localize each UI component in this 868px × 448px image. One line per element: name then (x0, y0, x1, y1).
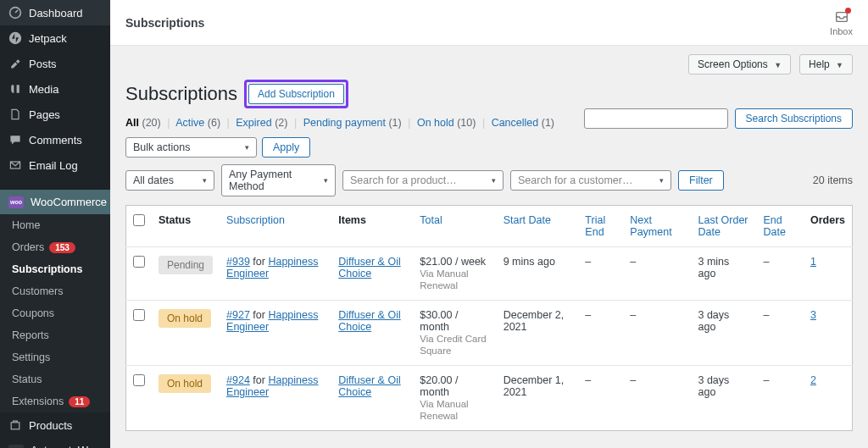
sidebar-item-jetpack[interactable]: Jetpack (0, 25, 110, 51)
sub-item-coupons[interactable]: Coupons (0, 302, 110, 324)
trial-end: – (578, 301, 623, 366)
col-trial[interactable]: Trial End (578, 206, 623, 247)
sidebar-item-woocommerce[interactable]: woo WooCommerce (0, 190, 110, 214)
total-value: $20.00 / month (420, 374, 458, 398)
add-subscription-highlight: Add Subscription (244, 80, 348, 108)
row-checkbox[interactable] (133, 256, 145, 268)
active-arrow-icon (110, 197, 115, 207)
sidebar-item-products[interactable]: Products (0, 412, 110, 438)
orders-link[interactable]: 2 (810, 374, 816, 386)
row-checkbox[interactable] (133, 309, 145, 321)
filter-hold[interactable]: On hold (417, 117, 454, 129)
screen-options-button[interactable]: Screen Options ▼ (688, 54, 791, 75)
subscription-id-link[interactable]: #924 (226, 374, 250, 386)
filter-expired[interactable]: Expired (236, 117, 271, 129)
col-start[interactable]: Start Date (497, 206, 579, 247)
search-input[interactable] (584, 108, 728, 129)
sub-item-settings[interactable]: Settings (0, 346, 110, 368)
sub-item-extensions[interactable]: Extensions11 (0, 390, 110, 412)
row-checkbox[interactable] (133, 374, 145, 386)
filter-all[interactable]: All (125, 117, 139, 129)
subscription-id-link[interactable]: #927 (226, 309, 250, 321)
sidebar-item-comments[interactable]: Comments (0, 127, 110, 152)
payment-method-select[interactable]: Any Payment Method▾ (221, 164, 336, 196)
comment-icon (8, 133, 22, 147)
media-icon (8, 82, 22, 96)
sidebar-item-label: Products (29, 419, 72, 432)
automatewoo-icon: AW (8, 445, 24, 449)
sub-item-status[interactable]: Status (0, 368, 110, 390)
sidebar-item-label: Comments (29, 134, 82, 147)
woocommerce-icon: woo (8, 196, 24, 208)
filter-active[interactable]: Active (175, 117, 204, 129)
sub-item-home[interactable]: Home (0, 214, 110, 236)
extensions-badge: 11 (69, 396, 90, 407)
col-status: Status (152, 206, 220, 247)
items-count: 20 items (813, 174, 853, 186)
sidebar-item-posts[interactable]: Posts (0, 51, 110, 76)
help-button[interactable]: Help ▼ (799, 54, 853, 75)
chevron-down-icon: ▾ (203, 176, 207, 185)
subscriptions-table: Status Subscription Items Total Start Da… (125, 205, 853, 431)
col-end[interactable]: End Date (756, 206, 804, 247)
status-badge[interactable]: On hold (159, 309, 211, 328)
start-date: December 2, 2021 (497, 301, 579, 366)
items-link[interactable]: Diffuser & Oil Choice (338, 309, 400, 333)
dashboard-icon (8, 6, 22, 19)
next-payment: – (623, 366, 691, 431)
status-badge[interactable]: On hold (159, 374, 211, 393)
apply-button[interactable]: Apply (262, 137, 310, 158)
chevron-down-icon: ▼ (836, 61, 843, 69)
end-date: – (756, 366, 804, 431)
orders-link[interactable]: 3 (810, 309, 816, 321)
main-area: Subscriptions Inbox Screen Options ▼ Hel… (110, 0, 868, 448)
filter-pending[interactable]: Pending payment (303, 117, 386, 129)
sidebar-item-pages[interactable]: Pages (0, 102, 110, 127)
sidebar-item-automatewoo[interactable]: AW AutomateWoo (0, 438, 110, 448)
col-next[interactable]: Next Payment (623, 206, 691, 247)
last-order-date: 3 days ago (691, 366, 756, 431)
bulk-actions-select[interactable]: Bulk actions▾ (125, 137, 257, 158)
inbox-button[interactable]: Inbox (830, 9, 853, 36)
sub-item-subscriptions[interactable]: Subscriptions (0, 258, 110, 280)
search-subscriptions-button[interactable]: Search Subscriptions (735, 108, 853, 129)
sidebar-item-label: Posts (29, 58, 57, 70)
sub-item-reports[interactable]: Reports (0, 324, 110, 346)
mail-icon (8, 158, 22, 172)
filter-button[interactable]: Filter (678, 170, 724, 191)
add-subscription-button[interactable]: Add Subscription (248, 84, 344, 104)
orders-link[interactable]: 1 (810, 256, 816, 268)
col-last[interactable]: Last Order Date (691, 206, 756, 247)
sub-item-orders[interactable]: Orders153 (0, 236, 110, 258)
col-orders: Orders (804, 206, 853, 247)
sidebar-item-media[interactable]: Media (0, 76, 110, 102)
chevron-down-icon: ▾ (659, 176, 664, 185)
sidebar-item-dashboard[interactable]: Dashboard (0, 0, 110, 25)
customer-search-select[interactable]: Search for a customer…▾ (510, 170, 671, 191)
payment-via: Via Credit Card Square (420, 334, 486, 356)
inbox-icon (834, 9, 849, 26)
dates-select[interactable]: All dates▾ (125, 170, 214, 191)
total-value: $21.00 / week (420, 256, 486, 268)
sidebar-item-label: Pages (29, 108, 60, 121)
topbar: Subscriptions Inbox (110, 0, 868, 46)
col-subscription[interactable]: Subscription (220, 206, 331, 247)
sub-item-customers[interactable]: Customers (0, 280, 110, 302)
product-search-select[interactable]: Search for a product…▾ (342, 170, 504, 191)
chevron-down-icon: ▾ (492, 176, 496, 185)
page-icon (8, 108, 22, 121)
topbar-title: Subscriptions (125, 16, 204, 30)
orders-badge: 153 (49, 242, 75, 253)
payment-via: Via Manual Renewal (420, 268, 468, 290)
status-badge[interactable]: Pending (159, 256, 213, 274)
select-all-checkbox[interactable] (133, 214, 145, 226)
items-link[interactable]: Diffuser & Oil Choice (338, 374, 400, 398)
sidebar-item-email-log[interactable]: Email Log (0, 152, 110, 178)
subscription-id-link[interactable]: #939 (226, 256, 250, 268)
items-link[interactable]: Diffuser & Oil Choice (338, 256, 400, 279)
next-payment: – (623, 301, 691, 366)
col-total[interactable]: Total (413, 206, 496, 247)
svg-point-1 (9, 32, 21, 44)
sidebar-item-label: AutomateWoo (31, 444, 100, 448)
filter-cancelled[interactable]: Cancelled (492, 117, 539, 129)
